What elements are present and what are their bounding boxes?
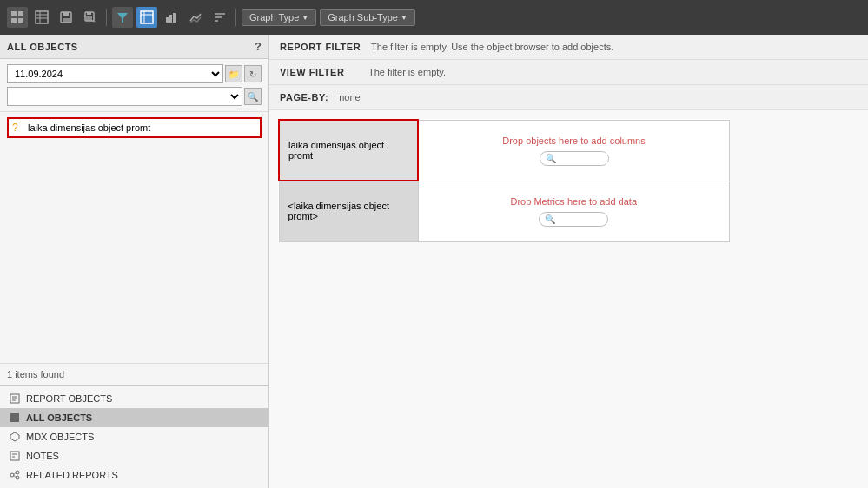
items-found-text: 1 items found bbox=[7, 369, 64, 379]
nav-item-report-objects[interactable]: REPORT OBJECTS bbox=[0, 389, 268, 408]
save-icon[interactable] bbox=[56, 7, 76, 28]
pageby-value: none bbox=[339, 92, 360, 102]
nav-tree: REPORT OBJECTS ALL OBJECTS MDX OBJECTS N… bbox=[0, 385, 268, 488]
crosstab-icon[interactable] bbox=[136, 7, 157, 28]
view-filter-value: The filter is empty. bbox=[368, 67, 446, 77]
nav-item-all-objects[interactable]: ALL OBJECTS bbox=[0, 408, 268, 427]
metrics-drop-cell[interactable]: Drop Metrics here to add data 🔍 bbox=[418, 181, 730, 241]
refresh-icon-btn[interactable]: ↻ bbox=[244, 65, 262, 82]
metrics-search-bar[interactable]: 🔍 bbox=[539, 212, 608, 227]
nav-label-related-reports: RELATED REPORTS bbox=[26, 470, 118, 480]
main-layout: ALL OBJECTS ? 11.09.2024 📁 ↻ 🔍 ? laika d… bbox=[0, 35, 868, 488]
report-objects-icon bbox=[9, 392, 21, 405]
report-filter-value: The filter is empty. Use the object brow… bbox=[371, 42, 613, 52]
filter-icon[interactable] bbox=[112, 7, 133, 28]
folder-icon-btn[interactable]: 📁 bbox=[225, 65, 242, 82]
left-controls: 11.09.2024 📁 ↻ 🔍 bbox=[0, 59, 268, 112]
search-control-row: 🔍 bbox=[7, 87, 262, 106]
mdx-objects-icon bbox=[9, 431, 21, 443]
all-objects-icon bbox=[9, 412, 21, 424]
svg-rect-31 bbox=[10, 418, 15, 422]
nav-label-all-objects: ALL OBJECTS bbox=[26, 412, 92, 423]
metrics-search-mag-icon: 🔍 bbox=[545, 214, 555, 224]
svg-rect-16 bbox=[141, 11, 153, 23]
type-filter-select[interactable] bbox=[7, 87, 242, 106]
svg-rect-21 bbox=[173, 13, 176, 23]
view-filter-row: VIEW FILTER The filter is empty. bbox=[269, 60, 868, 85]
nav-label-report-objects: REPORT OBJECTS bbox=[26, 393, 112, 404]
drop-table: laika dimensijas object promt Drop objec… bbox=[278, 119, 730, 242]
svg-rect-9 bbox=[63, 12, 69, 16]
svg-rect-19 bbox=[166, 17, 169, 23]
svg-line-41 bbox=[14, 476, 16, 478]
search-icon-btn[interactable]: 🔍 bbox=[244, 88, 262, 105]
view-filter-label: VIEW FILTER bbox=[280, 67, 358, 77]
object-type-icon: ? bbox=[12, 122, 24, 134]
save-as-icon[interactable]: + bbox=[80, 7, 101, 28]
date-control-row: 11.09.2024 📁 ↻ bbox=[7, 64, 262, 83]
svg-rect-10 bbox=[63, 18, 70, 23]
svg-marker-33 bbox=[10, 432, 19, 441]
nav-item-related-reports[interactable]: RELATED REPORTS bbox=[0, 465, 268, 485]
object-item-label: laika dimensijas object promt bbox=[28, 122, 150, 133]
svg-rect-13 bbox=[86, 16, 92, 21]
date-select[interactable]: 11.09.2024 bbox=[7, 64, 223, 83]
drop-area: laika dimensijas object promt Drop objec… bbox=[269, 110, 868, 488]
grid-icon[interactable] bbox=[7, 7, 28, 28]
left-panel: ALL OBJECTS ? 11.09.2024 📁 ↻ 🔍 ? laika d… bbox=[0, 35, 269, 488]
columns-drop-cell[interactable]: Drop objects here to add columns 🔍 bbox=[418, 120, 730, 181]
svg-point-38 bbox=[16, 471, 19, 474]
graph-type-button[interactable]: Graph Type ▼ bbox=[242, 9, 316, 26]
svg-marker-15 bbox=[117, 13, 128, 23]
drop-row-columns: laika dimensijas object promt Drop objec… bbox=[279, 120, 730, 181]
pageby-label: PAGE-BY: bbox=[280, 92, 328, 102]
items-found: 1 items found bbox=[0, 363, 268, 385]
columns-search-mag-icon: 🔍 bbox=[546, 154, 556, 163]
bar-chart-icon[interactable] bbox=[161, 7, 182, 28]
nav-label-notes: NOTES bbox=[26, 451, 59, 461]
related-reports-icon bbox=[9, 469, 21, 481]
nav-item-notes[interactable]: NOTES bbox=[0, 446, 268, 465]
metrics-search-input[interactable] bbox=[559, 214, 606, 224]
columns-drop-hint: Drop objects here to add columns bbox=[431, 135, 717, 146]
separator-1 bbox=[106, 9, 107, 26]
toolbar: + Graph Type ▼ Graph Sub-Type ▼ bbox=[0, 0, 868, 35]
svg-rect-0 bbox=[11, 11, 17, 16]
notes-icon bbox=[9, 450, 21, 462]
graph-type-label: Graph Type bbox=[249, 12, 299, 23]
all-objects-title: ALL OBJECTS bbox=[7, 42, 78, 52]
svg-rect-32 bbox=[15, 418, 19, 422]
metrics-row-label: <laika dimensijas object promt> bbox=[279, 181, 418, 241]
graph-sub-type-label: Graph Sub-Type bbox=[328, 12, 398, 23]
svg-point-37 bbox=[10, 473, 14, 477]
svg-rect-30 bbox=[15, 413, 19, 418]
columns-search-bar[interactable]: 🔍 bbox=[540, 151, 609, 166]
metrics-drop-hint: Drop Metrics here to add data bbox=[431, 196, 718, 207]
sort-icon[interactable] bbox=[209, 7, 230, 28]
svg-text:+: + bbox=[92, 18, 96, 24]
svg-line-40 bbox=[14, 473, 16, 475]
nav-item-mdx-objects[interactable]: MDX OBJECTS bbox=[0, 427, 268, 446]
table-icon[interactable] bbox=[31, 7, 52, 28]
separator-2 bbox=[235, 9, 236, 26]
svg-rect-20 bbox=[169, 15, 172, 23]
report-filter-label: REPORT FILTER bbox=[280, 42, 361, 52]
line-chart-icon[interactable] bbox=[185, 7, 206, 28]
nav-label-mdx-objects: MDX OBJECTS bbox=[26, 432, 94, 442]
svg-rect-4 bbox=[36, 11, 48, 23]
svg-rect-34 bbox=[10, 452, 19, 460]
row-label-0: laika dimensijas object promt bbox=[288, 140, 384, 161]
columns-search-input[interactable] bbox=[560, 154, 607, 163]
svg-rect-12 bbox=[87, 12, 91, 15]
left-panel-header: ALL OBJECTS ? bbox=[0, 35, 268, 59]
row-label-1: <laika dimensijas object promt> bbox=[288, 201, 389, 221]
pageby-row: PAGE-BY: none bbox=[269, 85, 868, 110]
help-button[interactable]: ? bbox=[255, 40, 262, 53]
right-panel: REPORT FILTER The filter is empty. Use t… bbox=[269, 35, 868, 488]
drop-row-metrics: <laika dimensijas object promt> Drop Met… bbox=[279, 181, 730, 241]
graph-sub-type-button[interactable]: Graph Sub-Type ▼ bbox=[320, 9, 415, 26]
graph-type-arrow: ▼ bbox=[301, 14, 308, 22]
object-item[interactable]: ? laika dimensijas object promt bbox=[7, 117, 262, 138]
svg-rect-2 bbox=[11, 18, 17, 23]
svg-point-39 bbox=[16, 476, 19, 479]
